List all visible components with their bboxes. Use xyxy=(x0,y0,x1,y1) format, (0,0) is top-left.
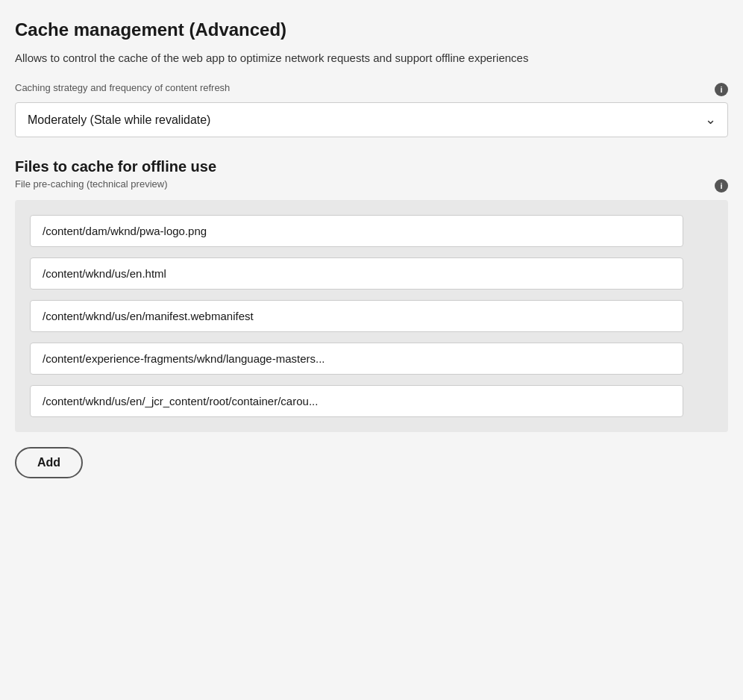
file-row xyxy=(30,343,713,375)
description-text: Allows to control the cache of the web a… xyxy=(15,50,728,67)
file-row xyxy=(30,385,713,417)
file-input-3[interactable] xyxy=(30,343,683,375)
caching-strategy-label: Caching strategy and frequency of conten… xyxy=(15,82,230,93)
move-file-button-4[interactable] xyxy=(707,398,713,404)
file-row xyxy=(30,257,713,290)
move-file-button-0[interactable] xyxy=(707,228,713,234)
caching-strategy-dropdown-wrapper: Moderately (Stale while revalidate)Aggre… xyxy=(15,102,728,137)
caching-strategy-info-icon[interactable]: i xyxy=(715,83,728,96)
files-list-container xyxy=(15,200,728,432)
delete-file-button-1[interactable] xyxy=(692,270,698,276)
file-input-2[interactable] xyxy=(30,300,683,332)
file-row xyxy=(30,300,713,332)
file-precaching-label: File pre-caching (technical preview) xyxy=(15,178,167,190)
file-precaching-info-icon[interactable]: i xyxy=(715,179,728,193)
move-file-button-2[interactable] xyxy=(707,313,713,319)
move-file-button-3[interactable] xyxy=(707,355,713,361)
page-title: Cache management (Advanced) xyxy=(15,18,728,41)
files-section-title: Files to cache for offline use xyxy=(15,158,728,175)
file-input-4[interactable] xyxy=(30,385,683,417)
file-row xyxy=(30,215,713,247)
delete-file-button-0[interactable] xyxy=(692,228,698,234)
file-input-1[interactable] xyxy=(30,257,683,290)
caching-strategy-select[interactable]: Moderately (Stale while revalidate)Aggre… xyxy=(15,102,728,137)
move-file-button-1[interactable] xyxy=(707,270,713,276)
file-input-0[interactable] xyxy=(30,215,683,247)
delete-file-button-2[interactable] xyxy=(692,313,698,319)
add-button[interactable]: Add xyxy=(15,447,83,478)
delete-file-button-4[interactable] xyxy=(692,398,698,404)
delete-file-button-3[interactable] xyxy=(692,355,698,361)
